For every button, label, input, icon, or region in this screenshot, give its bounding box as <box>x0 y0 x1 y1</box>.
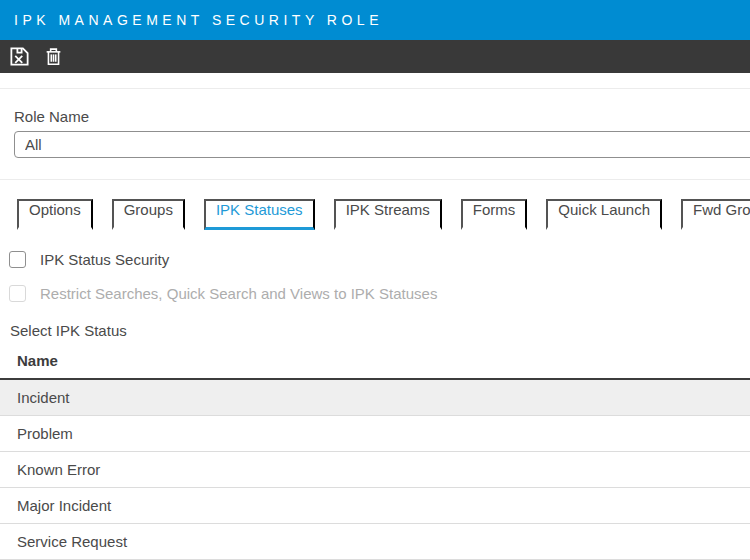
table-header-name: Name <box>0 352 750 380</box>
ipk-status-security-row: IPK Status Security <box>9 251 750 268</box>
save-icon <box>10 47 29 66</box>
ipk-status-security-label: IPK Status Security <box>40 251 169 268</box>
table-row[interactable]: Incident <box>0 380 750 416</box>
trash-icon <box>44 47 63 66</box>
tab-fwd-groups[interactable]: Fwd Groups <box>681 199 750 230</box>
delete-button[interactable] <box>41 45 65 69</box>
role-name-label: Role Name <box>14 108 750 125</box>
table-row[interactable]: Major Incident <box>0 488 750 524</box>
toolbar <box>0 40 750 73</box>
app-header: IPK MANAGEMENT SECURITY ROLE <box>0 0 750 40</box>
tab-options[interactable]: Options <box>17 199 93 230</box>
role-name-input[interactable] <box>14 131 750 158</box>
restrict-searches-checkbox <box>9 285 26 302</box>
table-row[interactable]: Known Error <box>0 452 750 488</box>
ipk-status-table: Name Incident Problem Known Error Major … <box>0 352 750 560</box>
divider-under-toolbar <box>0 88 750 89</box>
table-row[interactable]: Problem <box>0 416 750 452</box>
page-title: IPK MANAGEMENT SECURITY ROLE <box>14 12 383 28</box>
ipk-status-security-checkbox[interactable] <box>9 251 26 268</box>
table-row[interactable]: Service Request <box>0 524 750 560</box>
restrict-searches-label: Restrict Searches, Quick Search and View… <box>40 285 437 302</box>
tab-ipk-statuses[interactable]: IPK Statuses <box>204 199 315 230</box>
tab-forms[interactable]: Forms <box>461 199 528 230</box>
tab-ipk-streams[interactable]: IPK Streams <box>334 199 442 230</box>
select-ipk-status-label: Select IPK Status <box>10 322 750 339</box>
tab-bar: Options Groups IPK Statuses IPK Streams … <box>0 180 750 230</box>
restrict-searches-row: Restrict Searches, Quick Search and View… <box>9 285 750 302</box>
tab-groups[interactable]: Groups <box>112 199 185 230</box>
save-button[interactable] <box>7 45 31 69</box>
tab-quick-launch[interactable]: Quick Launch <box>546 199 662 230</box>
